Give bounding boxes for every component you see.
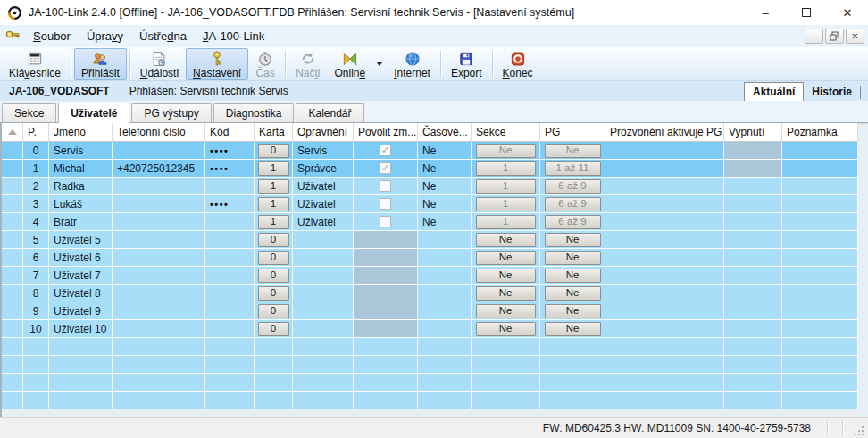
checkbox[interactable] xyxy=(380,162,391,174)
cell-permission[interactable] xyxy=(293,356,354,374)
tab-kalendar[interactable]: Kalendář xyxy=(296,103,363,122)
header-permission[interactable]: Oprávnění xyxy=(293,123,354,141)
header-allow-change[interactable]: Povolit zm... xyxy=(354,123,418,141)
checkbox[interactable] xyxy=(380,145,391,156)
cell-code[interactable]: •••• xyxy=(205,195,255,213)
cell-ringback[interactable] xyxy=(605,356,724,374)
cell-permission[interactable]: Správce xyxy=(293,160,354,178)
tab-historie[interactable]: Historie xyxy=(804,83,860,101)
cell-phone[interactable]: +420725012345 xyxy=(113,160,205,178)
cell-phone[interactable] xyxy=(113,392,205,409)
cell-phone[interactable] xyxy=(113,213,205,231)
cell-phone[interactable] xyxy=(113,356,205,374)
cell-name[interactable]: Servis xyxy=(49,142,113,160)
cell-permission[interactable] xyxy=(293,392,354,409)
chevron-down-icon[interactable] xyxy=(376,62,383,66)
table-row[interactable]: 1 Michal +420725012345 •••• 1 Správce Ne… xyxy=(2,160,858,178)
section-button[interactable]: Ne xyxy=(476,233,536,247)
cell-note[interactable] xyxy=(782,195,858,213)
cell-name[interactable]: Uživatel 8 xyxy=(49,285,113,302)
cell-permission[interactable]: Uživatel xyxy=(293,213,354,231)
cell-timed[interactable] xyxy=(418,231,472,249)
cell-ringback[interactable] xyxy=(605,285,724,302)
cell-code[interactable] xyxy=(205,392,255,409)
header-timed[interactable]: Časové... xyxy=(418,123,472,141)
cell-code[interactable] xyxy=(205,267,255,285)
card-button[interactable]: 1 xyxy=(258,161,289,176)
keyboard-button[interactable]: Klávesnice xyxy=(2,48,68,80)
pg-button[interactable]: Ne xyxy=(545,304,601,318)
cell-note[interactable] xyxy=(782,142,858,160)
header-card[interactable]: Karta xyxy=(255,123,293,141)
cell-ringback[interactable] xyxy=(605,338,724,356)
pg-button[interactable]: 6 až 9 xyxy=(545,215,601,229)
row-selector-cell[interactable] xyxy=(2,374,23,392)
pg-button[interactable]: 6 až 9 xyxy=(545,197,601,211)
checkbox[interactable] xyxy=(380,198,391,210)
section-button[interactable]: 1 xyxy=(476,179,536,194)
cell-note[interactable] xyxy=(782,285,858,302)
pg-button[interactable]: 1 až 11 xyxy=(545,161,601,176)
menu-soubor[interactable]: Soubor xyxy=(25,28,79,45)
row-selector-cell[interactable] xyxy=(2,338,23,356)
cell-timed[interactable] xyxy=(418,302,472,320)
section-button[interactable]: Ne xyxy=(476,251,536,265)
cell-permission[interactable]: Uživatel xyxy=(293,195,354,213)
row-selector-cell[interactable] xyxy=(2,356,23,374)
cell-permission[interactable] xyxy=(293,338,354,356)
cell-timed[interactable] xyxy=(418,392,472,409)
cell-ringback[interactable] xyxy=(605,195,724,213)
cell-phone[interactable] xyxy=(113,374,205,392)
section-button[interactable]: Ne xyxy=(476,269,536,283)
cell-code[interactable] xyxy=(205,374,255,392)
section-button[interactable]: Ne xyxy=(476,286,536,301)
card-button[interactable]: 1 xyxy=(258,197,289,211)
header-sort[interactable] xyxy=(2,123,23,141)
cell-timed[interactable] xyxy=(418,249,472,267)
cell-timed[interactable]: Ne xyxy=(418,142,472,160)
pg-button[interactable]: Ne xyxy=(545,233,601,247)
cell-note[interactable] xyxy=(782,392,858,409)
cell-code[interactable]: •••• xyxy=(205,160,255,178)
pg-button[interactable]: Ne xyxy=(545,144,601,158)
cell-code[interactable] xyxy=(205,320,255,338)
tab-aktualni[interactable]: Aktuální xyxy=(744,82,804,101)
card-button[interactable]: 0 xyxy=(258,286,289,301)
cell-phone[interactable] xyxy=(113,267,205,285)
table-row[interactable]: 0 Servis •••• 0 Servis Ne Ne Ne xyxy=(2,142,858,160)
mdi-restore-icon[interactable] xyxy=(825,29,844,44)
row-selector-cell[interactable] xyxy=(2,213,23,231)
cell-note[interactable] xyxy=(782,231,858,249)
table-row[interactable]: 6 Uživatel 6 0 Ne Ne xyxy=(2,249,858,267)
cell-name[interactable]: Radka xyxy=(49,178,113,195)
header-section[interactable]: Sekce xyxy=(472,123,540,141)
events-button[interactable]: Události xyxy=(133,48,186,80)
cell-phone[interactable] xyxy=(113,302,205,320)
cell-timed[interactable] xyxy=(418,374,472,392)
table-row[interactable]: 3 Lukáš •••• 1 Uživatel Ne 1 6 až 9 xyxy=(2,195,858,213)
mdi-minimize-icon[interactable]: – xyxy=(805,29,823,44)
cell-note[interactable] xyxy=(782,356,858,374)
cell-ringback[interactable] xyxy=(605,302,724,320)
header-code[interactable]: Kód xyxy=(205,123,255,141)
header-ringback[interactable]: Prozvonění aktivuje PG xyxy=(605,123,724,141)
table-row[interactable]: 10 Uživatel 10 0 Ne Ne xyxy=(2,320,858,338)
cell-code[interactable] xyxy=(205,356,255,374)
cell-permission[interactable] xyxy=(293,374,354,392)
row-selector-cell[interactable] xyxy=(2,231,23,249)
cell-note[interactable] xyxy=(782,374,858,392)
login-button[interactable]: Přihlásit xyxy=(74,48,127,80)
cell-timed[interactable] xyxy=(418,285,472,302)
cell-code[interactable] xyxy=(205,178,255,195)
exit-button[interactable]: Konec xyxy=(496,48,540,80)
cell-ringback[interactable] xyxy=(605,267,724,285)
checkbox[interactable] xyxy=(380,180,391,192)
header-phone[interactable]: Telefonní číslo xyxy=(113,123,205,141)
cell-permission[interactable]: Uživatel xyxy=(293,178,354,195)
cell-code[interactable] xyxy=(205,213,255,231)
cell-phone[interactable] xyxy=(113,338,205,356)
section-button[interactable]: 1 xyxy=(476,215,536,229)
cell-timed[interactable]: Ne xyxy=(418,213,472,231)
table-row[interactable]: 5 Uživatel 5 0 Ne Ne xyxy=(2,231,858,249)
cell-ringback[interactable] xyxy=(605,160,724,178)
